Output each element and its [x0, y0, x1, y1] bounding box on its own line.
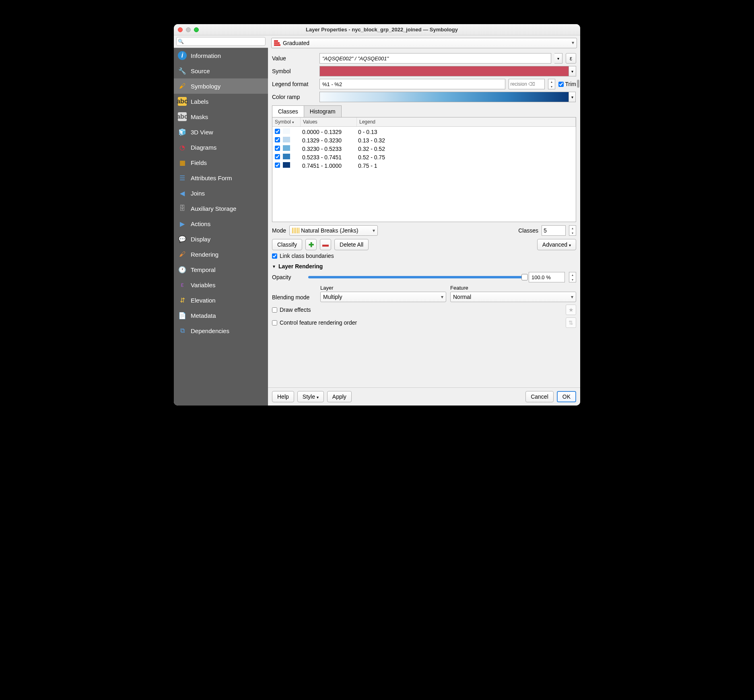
classify-button[interactable]: Classify — [272, 239, 302, 250]
clear-icon[interactable]: ⌫ — [528, 81, 535, 87]
tab-classes[interactable]: Classes — [272, 105, 304, 117]
expression-builder-button[interactable]: ε — [566, 53, 576, 64]
blend-layer-combo[interactable]: Multiply — [320, 292, 446, 302]
help-button[interactable]: Help — [272, 391, 294, 402]
sidebar-item-actions[interactable]: ▶Actions — [174, 216, 268, 231]
sidebar-item-symbology[interactable]: 🖌Symbology — [174, 78, 268, 94]
symbol-dropdown-button[interactable]: ▾ — [569, 66, 576, 76]
search-icon: 🔍 — [178, 39, 184, 44]
sidebar-item-metadata[interactable]: 📄Metadata — [174, 308, 268, 323]
opacity-slider[interactable] — [308, 276, 525, 278]
delete-all-button[interactable]: Delete All — [334, 239, 369, 250]
chevron-down-icon[interactable]: ▾ — [569, 277, 576, 282]
table-row[interactable]: 0.1329 - 0.32300.13 - 0.32 — [272, 136, 576, 144]
sidebar-item-label: Joins — [191, 190, 205, 197]
chevron-down-icon[interactable]: ▾ — [548, 84, 555, 89]
color-ramp-button[interactable]: ▾ — [319, 92, 569, 102]
effects-settings-button[interactable]: ★ — [566, 305, 576, 315]
sidebar-item-masks[interactable]: abcMasks — [174, 109, 268, 124]
style-button[interactable]: Style ▾ — [297, 391, 324, 402]
class-visibility-checkbox[interactable] — [275, 129, 280, 134]
sidebar-item-diagrams[interactable]: ◔Diagrams — [174, 140, 268, 155]
trim-checkbox[interactable] — [558, 82, 564, 87]
th-legend[interactable]: Legend — [357, 117, 576, 126]
close-icon[interactable] — [178, 27, 183, 32]
renderer-type-combo[interactable]: Graduated — [271, 38, 577, 48]
color-ramp-label: Color ramp — [272, 94, 316, 100]
table-row[interactable]: 0.7451 - 1.00000.75 - 1 — [272, 161, 576, 170]
opacity-spinner[interactable]: ▴▾ — [569, 272, 576, 282]
class-values: 0.1329 - 0.3230 — [293, 137, 355, 144]
class-values: 0.7451 - 1.0000 — [293, 163, 355, 169]
classes-spinner[interactable]: ▴▾ — [569, 225, 576, 236]
sidebar-item-variables[interactable]: εVariables — [174, 277, 268, 292]
sidebar-item-fields[interactable]: ▦Fields — [174, 155, 268, 170]
sidebar-item-temporal[interactable]: 🕐Temporal — [174, 262, 268, 277]
tab-histogram[interactable]: Histogram — [304, 105, 342, 117]
cancel-button[interactable]: Cancel — [525, 391, 554, 402]
link-boundaries-wrap[interactable]: Link class boundaries — [272, 253, 576, 259]
sidebar-search-input[interactable] — [176, 37, 266, 46]
slider-thumb[interactable] — [521, 274, 528, 280]
minimize-icon[interactable] — [186, 27, 191, 32]
sidebar-item-attributes-form[interactable]: ☰Attributes Form — [174, 170, 268, 185]
ok-button[interactable]: OK — [557, 391, 576, 402]
trim-checkbox-wrap[interactable]: Trim — [558, 81, 576, 87]
titlebar[interactable]: Layer Properties - nyc_block_grp_2022_jo… — [174, 24, 580, 35]
sidebar-item-elevation[interactable]: ⇵Elevation — [174, 292, 268, 308]
mode-combo[interactable]: Natural Breaks (Jenks) — [289, 225, 378, 236]
value-dropdown-button[interactable]: ▾ — [554, 53, 562, 64]
sidebar-item-label: Masks — [191, 113, 208, 120]
class-visibility-checkbox[interactable] — [275, 146, 280, 151]
disclosure-triangle-icon[interactable]: ▼ — [272, 264, 276, 269]
sidebar-item-information[interactable]: iInformation — [174, 48, 268, 63]
sidebar-item-dependencies[interactable]: ⧉Dependencies — [174, 323, 268, 338]
remove-class-button[interactable]: ▬ — [320, 239, 331, 250]
sidebar-item-display[interactable]: 💬Display — [174, 231, 268, 247]
sidebar-item-labels[interactable]: abcLabels — [174, 94, 268, 109]
table-row[interactable]: 0.3230 - 0.52330.32 - 0.52 — [272, 144, 576, 153]
opacity-input[interactable] — [529, 272, 565, 282]
classes-count-input[interactable] — [542, 225, 566, 236]
chevron-up-icon[interactable]: ▴ — [569, 272, 576, 277]
control-order-checkbox[interactable] — [272, 320, 277, 325]
sidebar-item-auxiliary-storage[interactable]: 🗄Auxiliary Storage — [174, 201, 268, 216]
add-class-button[interactable]: ✚ — [305, 239, 317, 250]
chevron-up-icon[interactable]: ▴ — [548, 79, 555, 84]
apply-button[interactable]: Apply — [327, 391, 352, 402]
order-settings-button[interactable]: ⇅ — [566, 317, 576, 328]
advanced-button[interactable]: Advanced ▾ — [537, 239, 576, 250]
table-row[interactable]: 0.5233 - 0.74510.52 - 0.75 — [272, 153, 576, 161]
sidebar-item-rendering[interactable]: 🖌Rendering — [174, 247, 268, 262]
sidebar-item-3dview[interactable]: 🧊3D View — [174, 124, 268, 140]
legend-format-input[interactable] — [319, 79, 505, 89]
value-label: Value — [272, 55, 316, 62]
sidebar-item-label: Information — [191, 52, 221, 59]
th-symbol[interactable]: Symbol ▾ — [272, 117, 301, 126]
sidebar-item-label: Fields — [191, 159, 207, 166]
maximize-icon[interactable] — [194, 27, 199, 32]
class-visibility-checkbox[interactable] — [275, 137, 280, 142]
scrollbar-thumb[interactable] — [577, 80, 579, 88]
precision-spinner[interactable]: ▴▾ — [548, 79, 555, 89]
layer-rendering-heading[interactable]: ▼ Layer Rendering — [272, 263, 576, 270]
control-order-wrap[interactable]: Control feature rendering order — [272, 319, 357, 326]
draw-effects-wrap[interactable]: Draw effects — [272, 307, 311, 313]
blend-feature-combo[interactable]: Normal — [450, 292, 576, 302]
table-row[interactable]: 0.0000 - 0.13290 - 0.13 — [272, 128, 576, 136]
th-values[interactable]: Values — [301, 117, 357, 126]
value-expression-input[interactable] — [319, 53, 551, 64]
chevron-down-icon[interactable]: ▾ — [569, 231, 576, 235]
clock-icon: 🕐 — [178, 265, 187, 274]
sidebar-item-source[interactable]: 🔧Source — [174, 63, 268, 78]
symbol-preview-button[interactable]: ▾ — [319, 66, 576, 76]
sidebar-item-joins[interactable]: ◀Joins — [174, 185, 268, 201]
class-visibility-checkbox[interactable] — [275, 154, 280, 159]
class-visibility-checkbox[interactable] — [275, 163, 280, 168]
class-swatch — [283, 128, 290, 134]
chevron-up-icon[interactable]: ▴ — [569, 226, 576, 231]
link-boundaries-checkbox[interactable] — [272, 253, 277, 259]
color-ramp-dropdown-button[interactable]: ▾ — [569, 92, 576, 102]
draw-effects-checkbox[interactable] — [272, 307, 277, 313]
precision-input[interactable]: recision ⌫ — [509, 79, 545, 89]
